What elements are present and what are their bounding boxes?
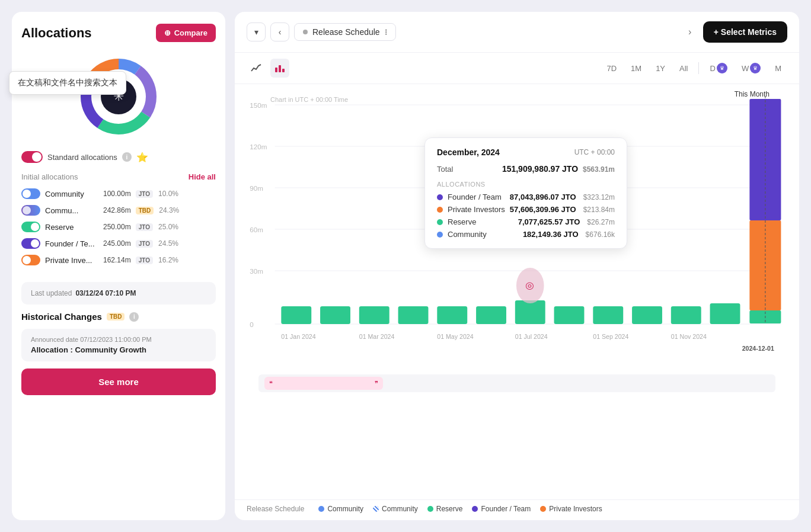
alloc-item-commu-tbd: Commu... 242.86m TBD 24.3% <box>21 205 216 216</box>
svg-text:30m: 30m <box>250 268 263 275</box>
svg-rect-7 <box>279 65 281 72</box>
standard-allocations-row: Standard allocations i ⭐ <box>21 151 216 163</box>
all-button[interactable]: All <box>673 61 694 76</box>
schedule-pill[interactable]: Release Schedule ⁝ <box>294 23 396 41</box>
hist-title: Allocation : Community Growth <box>31 345 206 354</box>
top-bar-left: ▾ ‹ Release Schedule ⁝ <box>247 23 396 41</box>
tooltip-item-founder: Founder / Team 87,043,896.07 JTO $323.12… <box>437 193 615 201</box>
community-name: Community <box>45 190 98 198</box>
svg-text:60m: 60m <box>250 226 263 233</box>
svg-rect-23 <box>359 306 389 324</box>
chart-scroll-area[interactable]: ❝ ❞ <box>258 374 775 392</box>
historical-tbd-badge: TBD <box>107 313 125 321</box>
chart-svg: 150m 120m 90m 60m 30m 0 <box>247 90 787 374</box>
scroll-left-handle[interactable]: ❝ <box>269 380 273 387</box>
reserve-pct: 25.0% <box>158 223 178 231</box>
tooltip-item-community: Community 182,149.36 JTO $676.16k <box>437 230 615 239</box>
donut-chart-area: ✳ <box>21 49 216 144</box>
w-crown-button[interactable]: W ♛ <box>736 60 767 76</box>
private-name: Private Inve... <box>45 256 98 265</box>
commu-tbd-toggle[interactable] <box>21 205 40 216</box>
reserve-amount: 250.00m <box>103 223 131 231</box>
legend-item-founder: Founder / Team <box>472 505 531 513</box>
d-crown-badge: ♛ <box>717 63 727 73</box>
legend-reserve-dot <box>427 506 433 512</box>
founder-dot <box>437 194 443 200</box>
community-token: JTO <box>136 190 153 198</box>
search-tooltip: 在文稿和文件名中搜索文本 <box>9 71 126 95</box>
legend-item-reserve: Reserve <box>427 505 463 513</box>
community-pct: 10.0% <box>158 190 178 198</box>
select-metrics-button[interactable]: + Select Metrics <box>703 21 787 43</box>
historical-info-icon: i <box>129 312 139 322</box>
right-panel: ▾ ‹ Release Schedule ⁝ › + Select Metric… <box>235 12 799 520</box>
d-crown-button[interactable]: D ♛ <box>704 60 733 76</box>
chart-controls: 7D 1M 1Y All D ♛ W ♛ M <box>235 53 799 84</box>
svg-text:01 Mar 2024: 01 Mar 2024 <box>359 334 395 340</box>
compare-button[interactable]: ⊕ Compare <box>156 24 216 42</box>
chart-area: This Month Chart in UTC + 00:00 Time 150… <box>235 84 799 499</box>
svg-text:0: 0 <box>250 321 253 328</box>
community-dot <box>437 232 443 238</box>
legend-private-dot <box>540 506 546 512</box>
svg-text:150m: 150m <box>250 102 267 109</box>
legend-item-private: Private Investors <box>540 505 602 513</box>
schedule-dot <box>303 30 308 34</box>
chart-tooltip: December, 2024 UTC + 00:00 Total 151,909… <box>424 137 627 249</box>
private-pct: 16.2% <box>158 256 178 264</box>
chart-legend: Release Schedule Community Community Res… <box>235 499 799 520</box>
scroll-right-handle[interactable]: ❞ <box>375 380 378 387</box>
m-button[interactable]: M <box>769 61 787 76</box>
initial-alloc-header: Initial allocations Hide all <box>21 172 216 181</box>
top-bar: ▾ ‹ Release Schedule ⁝ › + Select Metric… <box>235 12 799 53</box>
founder-pct: 24.5% <box>158 239 178 248</box>
reserve-dot <box>437 219 443 225</box>
founder-token: JTO <box>136 240 153 248</box>
svg-rect-31 <box>671 306 701 324</box>
alloc-item-community: Community 100.00m JTO 10.0% <box>21 188 216 199</box>
svg-text:2024-12-01: 2024-12-01 <box>742 345 774 352</box>
svg-rect-25 <box>437 306 467 324</box>
svg-rect-21 <box>281 306 311 324</box>
svg-rect-30 <box>632 306 662 324</box>
line-chart-button[interactable] <box>247 59 266 78</box>
last-updated-box: Last updated 03/12/24 07:10 PM <box>21 282 216 305</box>
private-toggle[interactable] <box>21 255 40 265</box>
legend-item-community-striped: Community <box>373 505 418 513</box>
see-more-button[interactable]: See more <box>21 368 216 395</box>
next-arrow-button[interactable]: › <box>682 24 698 40</box>
founder-name: Founder / Te... <box>45 239 98 248</box>
1y-button[interactable]: 1Y <box>650 61 671 76</box>
scroll-thumb[interactable]: ❝ ❞ <box>264 377 383 390</box>
reserve-toggle[interactable] <box>21 222 40 232</box>
allocation-list: Community 100.00m JTO 10.0% Commu... 242… <box>21 188 216 265</box>
compare-icon: ⊕ <box>164 28 171 37</box>
legend-item-community-solid: Community <box>318 505 363 513</box>
private-amount: 162.14m <box>103 256 131 264</box>
7d-button[interactable]: 7D <box>601 61 622 76</box>
community-toggle[interactable] <box>21 188 40 199</box>
tooltip-header: December, 2024 UTC + 00:00 <box>437 148 615 157</box>
prev-button[interactable]: ‹ <box>270 23 289 41</box>
std-alloc-star: ⭐ <box>136 152 148 163</box>
founder-toggle[interactable] <box>21 238 40 249</box>
dropdown-button[interactable]: ▾ <box>247 23 266 41</box>
1m-button[interactable]: 1M <box>625 61 647 76</box>
hide-all-button[interactable]: Hide all <box>189 172 216 181</box>
svg-text:01 Nov 2024: 01 Nov 2024 <box>671 334 707 340</box>
svg-rect-29 <box>593 306 623 324</box>
tooltip-total-label: Total <box>437 165 453 174</box>
bar-chart-button[interactable] <box>270 59 289 78</box>
svg-text:01 Jul 2024: 01 Jul 2024 <box>515 334 548 340</box>
alloc-item-reserve: Reserve 250.00m JTO 25.0% <box>21 222 216 232</box>
tooltip-item-private: Private Investors 57,606,309.96 JTO $213… <box>437 205 615 214</box>
std-alloc-toggle[interactable] <box>21 151 43 163</box>
time-filter-buttons: 7D 1M 1Y All D ♛ W ♛ M <box>601 60 787 76</box>
reserve-name: Reserve <box>45 223 98 232</box>
tooltip-total-row: Total 151,909,980.97 JTO $563.91m <box>437 164 615 174</box>
founder-amount: 245.00m <box>103 239 131 248</box>
svg-rect-6 <box>275 68 277 72</box>
page-title: Allocations <box>21 25 92 41</box>
svg-text:01 Jan 2024: 01 Jan 2024 <box>281 334 316 340</box>
svg-rect-27 <box>515 300 545 324</box>
